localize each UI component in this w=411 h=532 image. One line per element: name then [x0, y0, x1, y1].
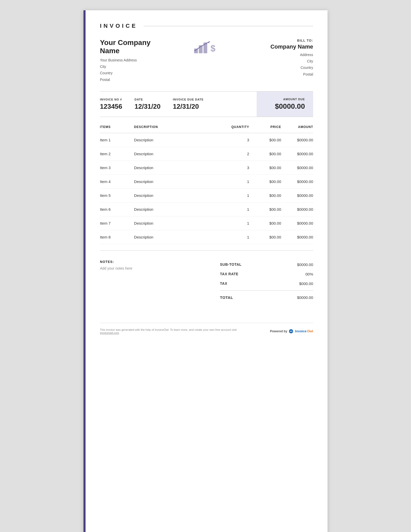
- item-quantity-7: 1: [223, 230, 249, 244]
- company-country: Country: [100, 70, 171, 76]
- company-postal: Postal: [100, 77, 171, 83]
- page-footer: This invoice was generated with the help…: [100, 323, 313, 340]
- item-description-0: Description: [134, 133, 224, 147]
- amount-due-box: AMOUNT DUE $0000.00: [257, 91, 313, 117]
- brand-blue: Invoice: [295, 329, 306, 333]
- date-label: DATE: [135, 98, 161, 101]
- table-row: Item 7 Description 1 $00.00 $0000.00: [100, 216, 313, 230]
- item-price-2: $00.00: [249, 161, 281, 175]
- company-row: Your Company Name Your Business Address …: [100, 39, 313, 83]
- powered-by: Powered by InvoiceOwl: [270, 329, 313, 334]
- company-address: Your Business Address: [100, 57, 171, 63]
- footer-section: NOTES: Add your notes here SUB-TOTAL $00…: [100, 251, 313, 302]
- item-amount-2: $0000.00: [281, 161, 313, 175]
- date-value: 12/31/20: [135, 103, 161, 111]
- item-price-5: $00.00: [249, 202, 281, 216]
- owl-icon: [289, 329, 293, 334]
- tax-rate-row: TAX RATE 00%: [220, 269, 313, 279]
- col-header-amount: AMOUNT: [281, 125, 313, 133]
- item-amount-4: $0000.00: [281, 188, 313, 202]
- bill-to-label: BILL TO:: [242, 39, 313, 42]
- item-name-1: Item 2: [100, 147, 134, 161]
- meta-main: INVOICE NO # 123456 DATE 12/31/20 INVOIC…: [100, 91, 257, 117]
- brand-logo-text: InvoiceOwl: [295, 329, 313, 333]
- item-description-6: Description: [134, 216, 224, 230]
- item-amount-7: $0000.00: [281, 230, 313, 244]
- invoice-no-label: INVOICE NO #: [100, 98, 122, 101]
- item-quantity-1: 2: [223, 147, 249, 161]
- totals-col: SUB-TOTAL $0000.00 TAX RATE 00% TAX $000…: [220, 260, 313, 302]
- item-amount-3: $0000.00: [281, 175, 313, 188]
- item-amount-5: $0000.00: [281, 202, 313, 216]
- table-row: Item 5 Description 1 $00.00 $0000.00: [100, 188, 313, 202]
- bill-company-name: Company Name: [242, 43, 313, 50]
- invoice-page: INVOICE Your Company Name Your Business …: [83, 10, 328, 532]
- item-amount-6: $0000.00: [281, 216, 313, 230]
- item-description-4: Description: [134, 188, 224, 202]
- item-price-3: $00.00: [249, 175, 281, 188]
- date-field: DATE 12/31/20: [135, 98, 161, 111]
- tax-row: TAX $000.00: [220, 279, 313, 288]
- footer-link[interactable]: invoiceowl.com: [100, 331, 119, 334]
- bill-city: City: [242, 58, 313, 65]
- invoice-title: INVOICE: [100, 23, 137, 29]
- logo-area: $: [171, 39, 242, 57]
- notes-text: Add your notes here: [100, 266, 212, 270]
- items-section: ITEMS DESCRIPTION QUANTITY PRICE AMOUNT …: [100, 117, 313, 251]
- item-name-2: Item 3: [100, 161, 134, 175]
- item-description-7: Description: [134, 230, 224, 244]
- table-row: Item 8 Description 1 $00.00 $0000.00: [100, 230, 313, 244]
- table-row: Item 2 Description 2 $00.00 $0000.00: [100, 147, 313, 161]
- bill-country: Country: [242, 65, 313, 71]
- title-divider: [144, 26, 313, 26]
- totals-divider: [220, 290, 313, 291]
- total-label: TOTAL: [220, 295, 233, 300]
- company-name: Your Company Name: [100, 39, 171, 55]
- due-date-field: INVOICE DUE DATE 12/31/20: [173, 98, 204, 111]
- item-quantity-3: 1: [223, 175, 249, 188]
- svg-point-9: [292, 331, 292, 332]
- item-name-4: Item 5: [100, 188, 134, 202]
- item-name-6: Item 7: [100, 216, 134, 230]
- bill-to-info: BILL TO: Company Name Address City Count…: [242, 39, 313, 78]
- item-name-5: Item 6: [100, 202, 134, 216]
- col-header-price: PRICE: [249, 125, 281, 133]
- col-header-quantity: QUANTITY: [223, 125, 249, 133]
- item-name-7: Item 8: [100, 230, 134, 244]
- subtotal-value: $0000.00: [297, 262, 313, 267]
- item-description-3: Description: [134, 175, 224, 188]
- footer-text: This invoice was generated with the help…: [100, 328, 244, 334]
- item-amount-1: $0000.00: [281, 147, 313, 161]
- item-quantity-6: 1: [223, 216, 249, 230]
- col-header-items: ITEMS: [100, 125, 134, 133]
- footer-text-content: This invoice was generated with the help…: [100, 328, 237, 331]
- table-row: Item 3 Description 3 $00.00 $0000.00: [100, 161, 313, 175]
- items-table: ITEMS DESCRIPTION QUANTITY PRICE AMOUNT …: [100, 125, 313, 244]
- item-quantity-2: 3: [223, 161, 249, 175]
- tax-label: TAX: [220, 281, 227, 286]
- item-description-1: Description: [134, 147, 224, 161]
- notes-label: NOTES:: [100, 260, 212, 264]
- company-info: Your Company Name Your Business Address …: [100, 39, 171, 83]
- item-quantity-4: 1: [223, 188, 249, 202]
- due-date-value: 12/31/20: [173, 103, 204, 111]
- item-price-7: $00.00: [249, 230, 281, 244]
- item-description-5: Description: [134, 202, 224, 216]
- invoice-no-value: 123456: [100, 103, 122, 111]
- item-name-3: Item 4: [100, 175, 134, 188]
- item-quantity-0: 3: [223, 133, 249, 147]
- col-header-description: DESCRIPTION: [134, 125, 224, 133]
- bill-postal: Postal: [242, 71, 313, 78]
- company-logo: $: [194, 39, 219, 57]
- total-value: $0000.00: [297, 295, 313, 300]
- meta-section: INVOICE NO # 123456 DATE 12/31/20 INVOIC…: [100, 91, 313, 117]
- powered-label: Powered by: [270, 329, 287, 333]
- item-amount-0: $0000.00: [281, 133, 313, 147]
- item-price-1: $00.00: [249, 147, 281, 161]
- table-row: Item 4 Description 1 $00.00 $0000.00: [100, 175, 313, 188]
- invoice-title-row: INVOICE: [100, 23, 313, 29]
- svg-text:$: $: [210, 43, 215, 53]
- bill-address: Address: [242, 52, 313, 58]
- item-price-0: $00.00: [249, 133, 281, 147]
- invoice-no-field: INVOICE NO # 123456: [100, 98, 122, 111]
